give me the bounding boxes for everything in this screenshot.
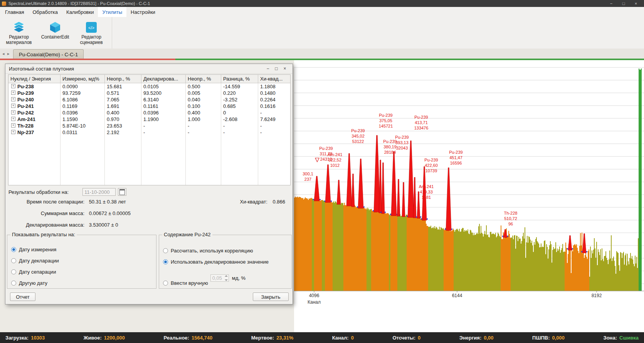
- svg-text:375,05: 375,05: [379, 118, 392, 123]
- radio-label: Дату сепарации: [19, 269, 56, 275]
- tree-expander-icon[interactable]: [11, 117, 15, 121]
- svg-text:1581: 1581: [422, 195, 431, 200]
- value-cell: 6.3140: [141, 96, 186, 103]
- svg-text:237: 237: [304, 177, 311, 182]
- tree-expander-icon[interactable]: [11, 130, 15, 134]
- radio-label: Другую дату: [19, 280, 47, 286]
- spinner-arrows-icon[interactable]: [224, 275, 228, 281]
- column-header[interactable]: Разница, %: [221, 75, 258, 83]
- table-row[interactable]: Am-2411.15900.9701.19001.000-2.6087.6249: [8, 116, 290, 123]
- value-cell: 5.874E-10: [61, 123, 105, 129]
- processing-date-input[interactable]: [82, 188, 116, 196]
- value-cell: 0: [221, 109, 258, 116]
- tree-expander-icon[interactable]: [11, 91, 15, 95]
- window-minimize-button[interactable]: −: [605, 0, 617, 7]
- radio-circle-icon: [163, 281, 168, 286]
- svg-text:28184: 28184: [384, 150, 396, 155]
- value-cell: 93.5200: [141, 90, 186, 96]
- dialog-close-button[interactable]: ×: [281, 66, 289, 71]
- svg-text:Pu-239: Pu-239: [383, 139, 397, 144]
- status-fwhm: ПШПВ:0,000: [532, 335, 565, 341]
- dialog-title: Изотопный состав плутония: [9, 66, 264, 72]
- calendar-button[interactable]: [118, 188, 126, 196]
- status-label: Мертвое:: [251, 335, 274, 341]
- svg-text:</>: </>: [88, 25, 94, 30]
- value-cell: 0.0396: [141, 109, 186, 116]
- radio-label: Рассчитать, используя корреляцию: [171, 248, 253, 254]
- value-cell: 0.1616: [258, 103, 290, 109]
- radio-option[interactable]: Дату измерения: [7, 244, 156, 255]
- isotope-composition-dialog: Изотопный состав плутония − □ × Нуклид /…: [5, 64, 293, 304]
- radio-option[interactable]: Другую дату: [7, 277, 156, 289]
- table-row[interactable]: Pu-2380.009015.6810.01050.500-14.5591.18…: [8, 83, 290, 90]
- dialog-titlebar[interactable]: Изотопный состав плутония − □ ×: [5, 64, 293, 74]
- table-row[interactable]: Np-2370.03112.192----: [8, 129, 290, 136]
- nuclide-cell: Pu-239: [8, 90, 61, 96]
- menu-item[interactable]: Калибровки: [62, 7, 98, 17]
- tree-expander-icon[interactable]: [11, 123, 15, 128]
- tab-scroll-right-icon[interactable]: ▸: [7, 51, 10, 56]
- value-cell: 7.6249: [258, 116, 290, 123]
- status-label: Живое:: [84, 335, 102, 341]
- spectrum-chart[interactable]: 409661448192Канал300,1237Pu-239311,78243…: [294, 64, 644, 330]
- nuclide-cell: Th-228: [8, 123, 61, 129]
- table-row[interactable]: Pu-2410.11691.6910.11610.1000.6850.1616: [8, 103, 290, 109]
- column-header[interactable]: Неопр., %: [105, 75, 141, 83]
- table-row[interactable]: Pu-23993.72590.57193.52000.0050.2200.148…: [8, 90, 290, 96]
- value-cell: 0.1480: [258, 90, 290, 96]
- menu-item[interactable]: Обработка: [28, 7, 62, 17]
- value-cell: -: [141, 123, 186, 129]
- dialog-minimize-button[interactable]: −: [264, 66, 272, 71]
- chi-squared: Хи-квадрат: 0.866: [240, 199, 285, 205]
- tab-scroll-left-icon[interactable]: ◂: [2, 51, 5, 56]
- svg-text:413,71: 413,71: [415, 120, 428, 125]
- close-button[interactable]: Закрыть: [253, 293, 289, 301]
- column-header[interactable]: Хи-квад...: [258, 75, 290, 83]
- tree-expander-icon[interactable]: [11, 110, 15, 114]
- total-mass-row: Суммарная масса: 0.00672 ± 0.00005: [8, 210, 131, 216]
- status-label: Реальное:: [164, 335, 189, 341]
- svg-text:Pu-239: Pu-239: [351, 128, 365, 133]
- toolbar-button[interactable]: Редактор материалов: [1, 18, 37, 48]
- table-row[interactable]: Pu-2420.03960.4000.03960.4000-: [8, 109, 290, 116]
- cube-icon: [49, 20, 62, 35]
- svg-text:1012: 1012: [330, 163, 340, 168]
- separation-time-label: Время после сепарации:: [8, 199, 84, 205]
- layers-icon: [12, 20, 25, 35]
- radio-option[interactable]: Дату сепарации: [7, 266, 156, 277]
- column-header[interactable]: Измерено, мд%: [61, 75, 105, 83]
- menu-item[interactable]: Настройки: [126, 7, 160, 17]
- column-header[interactable]: Нуклид / Энергия: [8, 75, 61, 83]
- svg-text:Am-241: Am-241: [328, 152, 343, 157]
- tab-pu-coaxial-demo[interactable]: Pu-Coaxial(Demo) - C-C-1: [13, 49, 84, 59]
- radio-option[interactable]: Дату декларации: [7, 255, 156, 266]
- status-label: ПШПВ:: [532, 335, 550, 341]
- menu-item[interactable]: Главная: [1, 7, 28, 17]
- tree-expander-icon[interactable]: [11, 97, 15, 101]
- column-header[interactable]: Декларирова...: [141, 75, 186, 83]
- spectrum-panel: 409661448192Канал300,1237Pu-239311,78243…: [294, 60, 644, 332]
- svg-text:16596: 16596: [450, 161, 462, 165]
- status-label: Зона:: [604, 335, 617, 341]
- svg-text:380,19: 380,19: [383, 145, 397, 149]
- status-channel: Канал:0: [332, 335, 354, 341]
- radio-option[interactable]: Использовать декларированное значение: [159, 256, 291, 267]
- menu-item[interactable]: Утилиты: [98, 7, 126, 17]
- report-button[interactable]: Отчет: [10, 293, 35, 301]
- window-maximize-button[interactable]: □: [617, 0, 630, 7]
- table-row[interactable]: Pu-2406.10867.0656.31400.040-3.2520.2264: [8, 96, 290, 103]
- table-row[interactable]: Th-2285.874E-1023.653----: [8, 123, 290, 129]
- radio-option[interactable]: Рассчитать, используя корреляцию: [159, 245, 291, 256]
- column-header[interactable]: Неопр., %: [186, 75, 221, 83]
- toolbar-button[interactable]: </>Редактор сценариев: [73, 18, 109, 48]
- manual-value-spinner[interactable]: [210, 274, 229, 282]
- tree-expander-icon[interactable]: [11, 84, 15, 88]
- isotope-table[interactable]: Нуклид / ЭнергияИзмерено, мд%Неопр., %Де…: [8, 74, 291, 185]
- toolbar-button[interactable]: ContainerEdit: [37, 18, 73, 48]
- tree-expander-icon[interactable]: [11, 104, 15, 108]
- dialog-maximize-button[interactable]: □: [272, 66, 281, 71]
- window-close-button[interactable]: ×: [630, 0, 642, 7]
- value-cell: 0.571: [105, 90, 141, 96]
- radio-manual-entry[interactable]: Ввести вручную: [163, 277, 208, 289]
- value-cell: 0.1161: [141, 103, 186, 109]
